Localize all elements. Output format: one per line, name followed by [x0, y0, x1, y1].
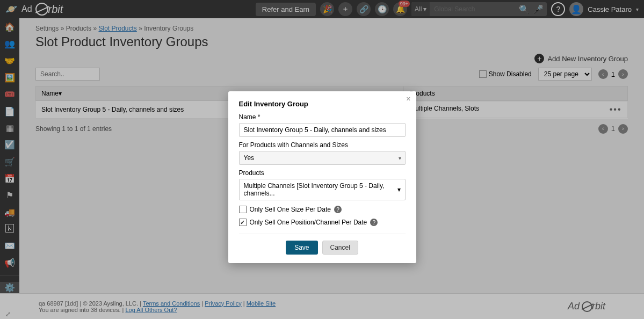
only-one-size-checkbox[interactable] — [239, 206, 247, 213]
only-one-size-label: Only Sell One Size Per Date — [250, 206, 331, 213]
cancel-button[interactable]: Cancel — [322, 241, 358, 255]
products-label: Products — [239, 169, 406, 177]
save-button[interactable]: Save — [286, 241, 317, 255]
name-label: Name * — [239, 113, 406, 121]
modal-title: Edit Inventory Group — [239, 100, 406, 108]
modal-overlay: × Edit Inventory Group Name * For Produc… — [0, 0, 644, 319]
close-icon[interactable]: × — [406, 95, 410, 103]
caret-down-icon: ▾ — [397, 186, 401, 193]
for-products-select[interactable]: Yes — [239, 151, 406, 165]
name-input[interactable] — [239, 123, 406, 137]
only-one-position-checkbox[interactable] — [239, 219, 247, 226]
help-tooltip-icon[interactable]: ? — [334, 206, 342, 213]
edit-inventory-group-modal: × Edit Inventory Group Name * For Produc… — [228, 91, 416, 263]
for-products-label: For Products with Channels and Sizes — [239, 141, 406, 149]
help-tooltip-icon[interactable]: ? — [370, 219, 378, 226]
only-one-position-label: Only Sell One Position/Channel Per Date — [250, 219, 367, 226]
products-multiselect[interactable]: Multiple Channels [Slot Inventory Group … — [239, 179, 406, 200]
